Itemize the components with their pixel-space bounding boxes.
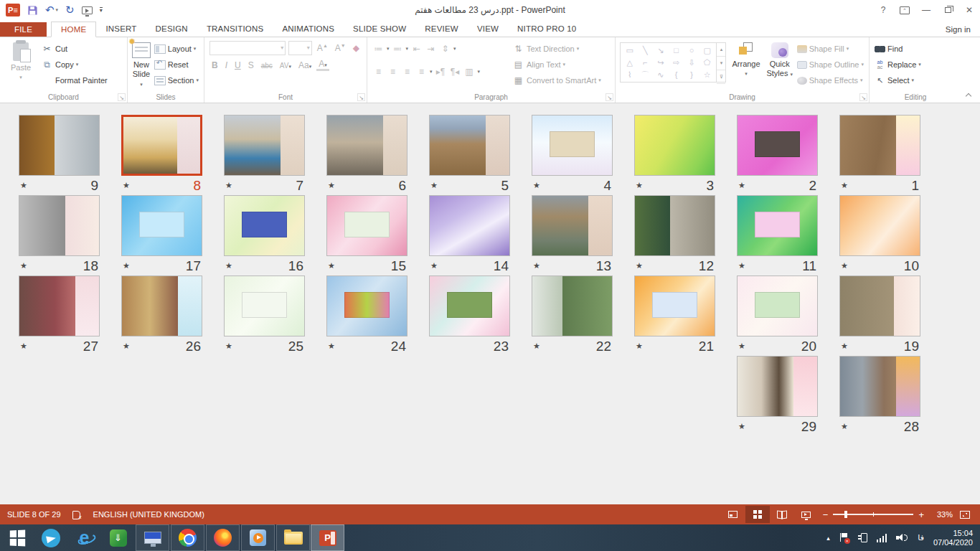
slide-thumbnail-20[interactable] <box>737 276 818 336</box>
taskbar-on-screen-keyboard[interactable] <box>136 524 169 551</box>
slide-thumbnail-6[interactable] <box>326 115 407 176</box>
zoom-in-button[interactable]: + <box>918 509 924 520</box>
drawing-dialog-launcher-icon[interactable]: ↘ <box>859 93 867 101</box>
reset-button[interactable]: Reset <box>152 57 201 72</box>
shape-glyph-icon[interactable]: } <box>690 69 693 80</box>
shape-glyph-icon[interactable]: ╲ <box>643 44 648 56</box>
increase-indent-icon[interactable]: ⇥ <box>425 44 437 54</box>
collapse-ribbon-icon[interactable] <box>966 93 971 98</box>
slide-thumbnail-22[interactable] <box>532 276 613 336</box>
decrease-font-size-button[interactable]: A▼ <box>333 43 348 53</box>
arrange-button[interactable]: Arrange▾ <box>727 39 764 91</box>
shapes-gallery-scrollbar[interactable]: ▴ ▾ ⊽ <box>716 43 725 82</box>
cut-button[interactable]: ✂Cut <box>39 41 110 57</box>
shapes-gallery[interactable]: ▭╲↘□○▢△⌐↪⇨⇩⬠⌇⌒∿{}☆ ▴ ▾ ⊽ <box>620 42 726 83</box>
taskbar-media-player[interactable] <box>241 524 275 551</box>
power-plug-icon[interactable] <box>861 533 867 542</box>
clear-formatting-icon[interactable]: ◆ <box>351 43 362 53</box>
hidden-icons-button[interactable]: ▴ <box>826 534 830 542</box>
tab-file[interactable]: FILE <box>0 22 47 37</box>
customize-quick-access-toolbar-icon[interactable]: ▾ <box>100 7 103 13</box>
new-slide-button[interactable]: New Slide ▾ <box>131 39 152 91</box>
tab-insert[interactable]: INSERT <box>96 22 146 37</box>
replace-button[interactable]: abacReplace▾ <box>872 57 923 72</box>
taskbar-firefox[interactable] <box>206 524 240 551</box>
slide-thumbnail-23[interactable] <box>429 276 510 336</box>
shape-glyph-icon[interactable]: { <box>675 69 678 80</box>
sign-in-link[interactable]: Sign in <box>946 25 971 34</box>
taskbar-internet-explorer[interactable]: e <box>67 524 101 551</box>
zoom-slider-thumb[interactable] <box>844 511 847 518</box>
align-text-button[interactable]: ▤Align Text▾ <box>510 57 603 72</box>
close-button[interactable]: ✕ <box>958 2 980 18</box>
shape-glyph-icon[interactable]: ⇨ <box>673 57 679 68</box>
shape-glyph-icon[interactable]: ⌇ <box>628 69 631 80</box>
start-from-beginning-icon[interactable] <box>82 6 93 14</box>
slide-thumbnail-26[interactable] <box>121 276 202 336</box>
shapes-scroll-up-icon[interactable]: ▴ <box>717 43 725 57</box>
ltr-direction-icon[interactable]: ▸¶ <box>435 67 447 77</box>
align-right-icon[interactable]: ≡ <box>401 67 413 77</box>
text-direction-button[interactable]: ⇅Text Direction▾ <box>510 41 603 57</box>
columns-icon[interactable]: ▥ <box>463 67 476 77</box>
zoom-percentage[interactable]: 33% <box>928 510 953 519</box>
line-spacing-icon[interactable]: ⇕ <box>439 44 451 54</box>
tab-transitions[interactable]: TRANSITIONS <box>197 22 273 37</box>
tab-design[interactable]: DESIGN <box>146 22 197 37</box>
text-shadow-button[interactable]: S <box>246 60 256 70</box>
shape-glyph-icon[interactable]: ↪ <box>657 57 664 68</box>
redo-icon[interactable]: ↻ <box>65 4 75 16</box>
paste-button[interactable]: Paste▾ <box>3 39 39 91</box>
slide-sorter-view-button[interactable] <box>745 506 770 523</box>
align-left-icon[interactable]: ≡ <box>372 67 385 77</box>
find-button[interactable]: Find <box>872 41 923 57</box>
align-center-icon[interactable]: ≡ <box>387 67 399 77</box>
slide-thumbnail-27[interactable] <box>19 276 100 336</box>
restore-button[interactable] <box>937 2 958 18</box>
rtl-direction-icon[interactable]: ¶◂ <box>449 67 461 77</box>
shape-glyph-icon[interactable]: □ <box>674 44 679 56</box>
slide-thumbnail-2[interactable] <box>737 115 818 176</box>
undo-icon[interactable]: ↶▾ <box>45 4 58 16</box>
slide-thumbnail-18[interactable] <box>19 195 100 256</box>
shape-effects-button[interactable]: Shape Effects▾ <box>795 72 866 88</box>
shape-glyph-icon[interactable]: ⬠ <box>704 57 711 68</box>
section-button[interactable]: Section▾ <box>152 72 201 88</box>
slide-thumbnail-8[interactable] <box>121 115 202 176</box>
tab-home[interactable]: HOME <box>51 22 96 37</box>
slide-thumbnail-29[interactable] <box>737 356 818 417</box>
font-size-combobox[interactable] <box>288 41 312 55</box>
slide-thumbnail-9[interactable] <box>19 115 100 176</box>
slide-thumbnail-13[interactable] <box>532 195 613 256</box>
shape-fill-button[interactable]: Shape Fill▾ <box>795 41 866 57</box>
numbering-icon[interactable]: ≕ <box>392 44 404 54</box>
save-icon[interactable] <box>27 5 38 16</box>
ribbon-display-options-button[interactable]: ⌃ <box>894 2 915 18</box>
format-painter-button[interactable]: Format Painter <box>39 72 110 88</box>
reading-view-button[interactable] <box>770 506 794 523</box>
underline-button[interactable]: U <box>232 60 243 70</box>
font-name-combobox[interactable] <box>209 41 286 55</box>
quick-styles-button[interactable]: Quick Styles ▾ <box>765 39 795 91</box>
convert-to-smartart-button[interactable]: ▦Convert to SmartArt▾ <box>510 72 603 88</box>
slide-thumbnail-19[interactable] <box>839 276 920 336</box>
shape-outline-button[interactable]: Shape Outline▾ <box>795 57 866 72</box>
normal-view-button[interactable] <box>721 506 745 523</box>
slide-show-button[interactable] <box>794 506 819 523</box>
strikethrough-button[interactable]: abc <box>259 62 275 70</box>
slide-thumbnail-25[interactable] <box>224 276 305 336</box>
shape-glyph-icon[interactable]: ▢ <box>703 44 710 56</box>
justify-icon[interactable]: ≡ <box>415 67 428 77</box>
shape-glyph-icon[interactable]: ○ <box>689 44 694 56</box>
zoom-out-button[interactable]: − <box>823 509 829 520</box>
shape-glyph-icon[interactable]: ☆ <box>704 69 711 80</box>
language-indicator[interactable]: ENGLISH (UNITED KINGDOM) <box>93 510 204 519</box>
powerpoint-logo-icon[interactable]: P≡ <box>6 4 20 17</box>
tab-nitro-pro-10[interactable]: NITRO PRO 10 <box>508 22 585 37</box>
slide-thumbnail-7[interactable] <box>224 115 305 176</box>
tab-review[interactable]: REVIEW <box>415 22 468 37</box>
slide-thumbnail-4[interactable] <box>532 115 613 176</box>
shapes-scroll-down-icon[interactable]: ▾ <box>717 57 725 70</box>
shape-glyph-icon[interactable]: △ <box>627 57 633 68</box>
character-spacing-button[interactable]: AV▾ <box>278 62 293 70</box>
